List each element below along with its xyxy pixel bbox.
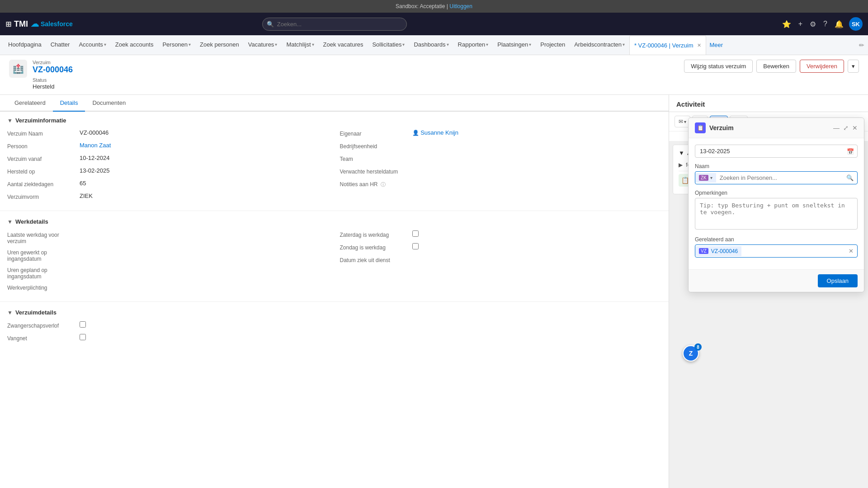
verwijderen-button[interactable]: Verwijderen — [800, 60, 844, 73]
field-zwangerschapsverlof: Zwangerschapsverlof ✏ — [7, 319, 329, 332]
persoon-link[interactable]: Manon Zaat — [80, 142, 111, 149]
related-clear-button[interactable]: ✕ — [845, 245, 857, 257]
field-team: Team ✏ — [340, 153, 662, 165]
favorites-icon[interactable]: ⭐ — [780, 18, 793, 30]
activity-popup: 📋 Verzuim — ⤢ ✕ 📅 — [688, 117, 864, 292]
nav-plaatsingen[interactable]: Plaatsingen ▾ — [493, 35, 536, 55]
record-header-actions: Wijzig status verzuim Bewerken Verwijder… — [684, 60, 859, 73]
popup-remarks-field: Opmerkingen — [695, 190, 858, 231]
popup-expand-icon[interactable]: ⤢ — [843, 124, 849, 131]
werkdetails-grid: Laatste werkdag voor verzuim ✏ Uren gewe… — [7, 229, 661, 294]
nav-zoek-vacatures[interactable]: Zoek vacatures — [319, 35, 368, 55]
tab-close-icon[interactable]: ✕ — [697, 42, 701, 48]
field-notities-hr: Notities aan HR ⓘ ✏ — [340, 178, 662, 191]
section-verzuimdetails: ▼ Verzuimdetails Zwangerschapsverlof ✏ V… — [0, 304, 669, 350]
nav-sollicitaties[interactable]: Sollicitaties ▾ — [368, 35, 409, 55]
section-header-verzuimdetails[interactable]: ▼ Verzuimdetails — [7, 304, 661, 319]
tab-documenten[interactable]: Documenten — [85, 95, 133, 112]
nav-tab-active[interactable]: * VZ-000046 | Verzuim ✕ — [629, 35, 706, 55]
nav-more[interactable]: Meer — [706, 42, 727, 48]
nav-chatter[interactable]: Chatter — [46, 35, 75, 55]
field-vangnet: Vangnet ✏ — [7, 332, 329, 345]
floating-avatar-initials: Z — [689, 350, 693, 357]
popup-header: 📋 Verzuim — ⤢ ✕ — [689, 118, 864, 138]
section-werkdetails: ▼ Werkdetails Laatste werkdag voor verzu… — [0, 213, 669, 300]
right-panel: Activiteit ✉ ▾ ✓ ▾ 📞 ▾ 📅 ▾ Filters: Alle… — [669, 95, 868, 488]
record-header: 🏥 Verzuim VZ-000046 Status Hersteld Wijz… — [0, 55, 868, 95]
more-actions-button[interactable]: ▾ — [848, 60, 859, 73]
nav-accounts[interactable]: Accounts ▾ — [74, 35, 110, 55]
nav-arbeidscontracten[interactable]: Arbeidscontracten ▾ — [570, 35, 629, 55]
verzuiminformatie-grid: Verzuim Naam VZ-000046 Persoon Manon Zaa… — [7, 127, 661, 203]
nav-dashboards[interactable]: Dashboards ▾ — [409, 35, 453, 55]
nav-edit-icon[interactable]: ✏ — [859, 42, 864, 49]
wijzig-status-button[interactable]: Wijzig status verzuim — [684, 60, 753, 73]
search-icon: 🔍 — [267, 21, 274, 28]
popup-date-field: 📅 — [695, 145, 858, 158]
nav-personen[interactable]: Personen ▾ — [158, 35, 195, 55]
zondag-checkbox[interactable] — [412, 243, 419, 249]
setup-icon[interactable]: ⚙ — [808, 18, 818, 30]
field-aantal-ziektedagen: Aantal ziektedagen 65 — [7, 178, 329, 191]
nav-vacatures[interactable]: Vacatures ▾ — [244, 35, 282, 55]
section-header-werkdetails[interactable]: ▼ Werkdetails — [7, 213, 661, 229]
popup-footer: Opslaan — [689, 269, 864, 292]
help-icon[interactable]: ? — [821, 18, 829, 30]
search-input[interactable] — [262, 18, 407, 31]
status-value: Hersteld — [33, 83, 54, 90]
popup-minimize-icon[interactable]: — — [833, 124, 840, 131]
header-actions: ⭐ + ⚙ ? 🔔 SK — [780, 17, 863, 31]
record-name: VZ-000046 — [33, 65, 73, 75]
chevron-down-icon: ▼ — [7, 117, 13, 124]
nav-projecten[interactable]: Projecten — [536, 35, 570, 55]
tabs-bar: Gerelateerd Details Documenten — [0, 95, 669, 112]
sandbox-message: Sandbox: Acceptatie | — [396, 3, 448, 9]
popup-related-field: Gerelateerd aan VZ VZ-000046 ✕ — [695, 236, 858, 258]
zaterdag-checkbox[interactable] — [412, 230, 419, 237]
calendar-icon[interactable]: 📅 — [847, 148, 854, 155]
zwangerschapsverlof-checkbox[interactable] — [80, 321, 86, 328]
person-search-input[interactable] — [716, 172, 843, 183]
user-avatar[interactable]: SK — [849, 17, 863, 31]
logout-link[interactable]: Uitloggen — [449, 3, 472, 9]
nav-matchlijst[interactable]: Matchlijst ▾ — [282, 35, 318, 55]
popup-title: Verzuim — [709, 124, 734, 131]
nav-rapporten[interactable]: Rapporten ▾ — [453, 35, 493, 55]
main-content: Gerelateerd Details Documenten ▼ Verzuim… — [0, 95, 868, 488]
search-box: 🔍 — [262, 18, 407, 31]
section-header-verzuiminformatie[interactable]: ▼ Verzuiminformatie — [7, 112, 661, 127]
popup-close-icon[interactable]: ✕ — [852, 124, 858, 131]
vangnet-checkbox[interactable] — [80, 334, 86, 340]
popup-name-field: Naam ZK ▾ 🔍 — [695, 163, 858, 184]
bewerken-button[interactable]: Bewerken — [756, 60, 796, 73]
verzuimdetails-grid: Zwangerschapsverlof ✏ Vangnet ✏ — [7, 319, 661, 345]
person-tag-caret[interactable]: ▾ — [710, 175, 712, 180]
app-name: TMI — [14, 19, 28, 29]
nav-zoek-accounts[interactable]: Zoek accounts — [111, 35, 158, 55]
field-persoon: Persoon Manon Zaat ✏ — [7, 140, 329, 153]
info-icon[interactable]: ⓘ — [381, 182, 386, 187]
nav-zoek-personen[interactable]: Zoek personen — [195, 35, 244, 55]
add-icon[interactable]: + — [797, 18, 804, 30]
activity-title: Activiteit — [676, 100, 705, 108]
popup-header-actions: — ⤢ ✕ — [833, 124, 858, 131]
remarks-textarea[interactable] — [695, 198, 858, 230]
date-input[interactable] — [695, 145, 858, 158]
active-tab-label: * VZ-000046 | Verzuim — [634, 42, 693, 49]
person-search-icon[interactable]: 🔍 — [843, 172, 857, 184]
record-status: Status Hersteld — [33, 76, 73, 90]
notifications-icon[interactable]: 🔔 — [833, 18, 845, 30]
save-button[interactable]: Opslaan — [818, 274, 858, 287]
section-title-verzuiminformatie: Verzuiminformatie — [15, 117, 66, 124]
grid-icon[interactable]: ⊞ — [5, 20, 11, 28]
divider-2 — [0, 301, 669, 302]
nav-hoofdpagina[interactable]: Hoofdpagina — [4, 35, 46, 55]
field-hersteld-op: Hersteld op 13-02-2025 ✏ — [7, 165, 329, 178]
eigenaar-link[interactable]: Susanne Knijn — [420, 129, 458, 136]
tab-details[interactable]: Details — [53, 95, 85, 112]
field-eigenaar: Eigenaar 👤 Susanne Knijn ✏ — [340, 127, 662, 140]
related-value: VZ-000046 — [711, 248, 738, 254]
tab-gerelateerd[interactable]: Gerelateerd — [7, 95, 53, 112]
floating-avatar-wrap: Z 8 — [683, 345, 699, 361]
section-title-werkdetails: Werkdetails — [15, 218, 48, 225]
